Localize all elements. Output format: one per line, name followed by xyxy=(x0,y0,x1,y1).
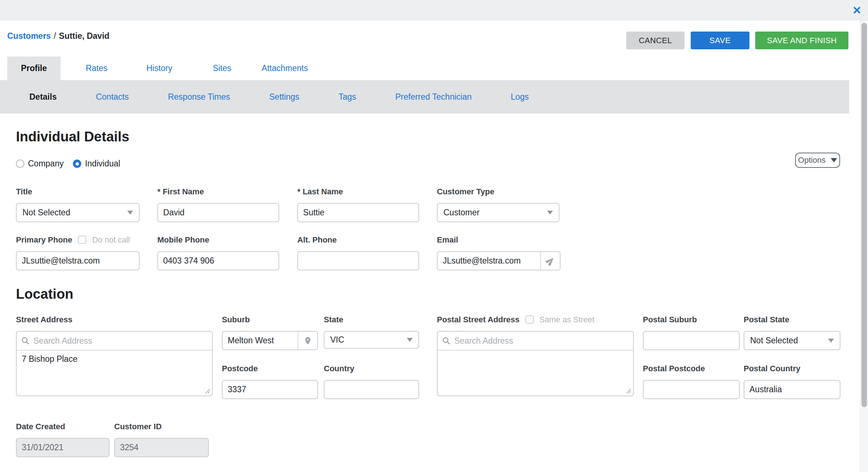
individual-details-heading: Individual Details xyxy=(16,129,129,145)
map-pin-icon xyxy=(303,336,312,345)
postal-country-input[interactable] xyxy=(744,381,840,398)
breadcrumb-current: Suttie, David xyxy=(59,31,109,41)
primary-phone-input[interactable] xyxy=(17,252,139,270)
breadcrumb: Customers/Suttie, David xyxy=(7,31,109,41)
same-as-street-checkbox[interactable] xyxy=(525,315,534,324)
subtab-response-times[interactable]: Response Times xyxy=(168,92,230,102)
alt-phone-input[interactable] xyxy=(298,252,418,270)
first-name-input[interactable] xyxy=(158,204,278,221)
street-address-textarea[interactable]: 7 Bishop Place xyxy=(17,351,212,395)
breadcrumb-customers-link[interactable]: Customers xyxy=(7,31,51,41)
subtab-logs[interactable]: Logs xyxy=(511,92,529,102)
state-select[interactable]: VIC xyxy=(324,331,419,349)
primary-phone-label: Primary Phone xyxy=(16,235,72,245)
postal-street-address-search-input[interactable] xyxy=(454,336,629,346)
mobile-phone-input[interactable] xyxy=(158,252,278,270)
email-label: Email xyxy=(437,235,458,245)
individual-radio-label: Individual xyxy=(85,159,120,169)
postal-postcode-input[interactable] xyxy=(644,381,739,398)
company-radio[interactable] xyxy=(16,160,24,168)
last-name-input[interactable] xyxy=(298,204,418,221)
cancel-button[interactable]: CANCEL xyxy=(626,32,685,49)
country-input[interactable] xyxy=(325,381,418,398)
individual-radio-option[interactable]: Individual xyxy=(73,159,120,169)
customer-id-label: Customer ID xyxy=(114,422,162,431)
suburb-label: Suburb xyxy=(222,315,250,324)
tab-sites[interactable]: Sites xyxy=(195,57,249,80)
postal-state-label: Postal State xyxy=(744,315,789,324)
caret-down-icon xyxy=(831,158,837,162)
field-email: Email xyxy=(437,235,561,270)
field-suburb: Suburb xyxy=(222,315,318,350)
subtab-contacts[interactable]: Contacts xyxy=(96,92,129,102)
breadcrumb-separator: / xyxy=(51,31,59,41)
title-select[interactable]: Not Selected xyxy=(16,203,140,222)
alt-phone-label: Alt. Phone xyxy=(297,235,337,245)
subtab-details[interactable]: Details xyxy=(29,92,57,102)
tab-attachments[interactable]: Attachments xyxy=(258,57,311,80)
company-radio-label: Company xyxy=(28,159,63,169)
street-address-label: Street Address xyxy=(16,315,73,324)
state-select-value: VIC xyxy=(330,335,344,345)
field-primary-phone: Primary Phone Do not call xyxy=(16,235,140,270)
options-button[interactable]: Options xyxy=(795,153,840,168)
chevron-down-icon xyxy=(127,211,133,215)
field-customer-id: Customer ID xyxy=(114,422,209,457)
suburb-input[interactable] xyxy=(223,332,298,349)
field-state: State VIC xyxy=(324,315,419,349)
save-and-finish-button[interactable]: SAVE AND FINISH xyxy=(755,32,848,49)
search-icon xyxy=(442,336,451,345)
customer-type-label: Customer Type xyxy=(437,187,495,196)
postal-country-label: Postal Country xyxy=(744,364,800,373)
subtab-bar: Details Contacts Response Times Settings… xyxy=(0,80,849,113)
postal-state-select[interactable]: Not Selected xyxy=(744,331,840,350)
locate-on-map-button[interactable] xyxy=(298,332,317,349)
field-postal-postcode: Postal Postcode xyxy=(643,364,740,399)
field-postal-street-address: Postal Street Address Same as Street xyxy=(437,315,634,396)
customer-profile-page: ✕ Customers/Suttie, David CANCEL SAVE SA… xyxy=(0,0,868,472)
postcode-input[interactable] xyxy=(223,381,317,398)
send-email-button[interactable] xyxy=(540,252,560,270)
tab-history[interactable]: History xyxy=(133,57,186,80)
tab-bar: Profile Rates History Sites Attachments xyxy=(7,57,311,80)
field-postal-state: Postal State Not Selected xyxy=(744,315,840,350)
customer-type-select-value: Customer xyxy=(443,208,480,218)
resize-handle[interactable] xyxy=(626,389,631,394)
tab-profile[interactable]: Profile xyxy=(7,57,61,80)
field-postal-suburb: Postal Suburb xyxy=(643,315,740,350)
email-input[interactable] xyxy=(438,252,540,270)
company-radio-option[interactable]: Company xyxy=(16,159,63,169)
field-street-address: Street Address 7 Bishop Place xyxy=(16,315,213,396)
field-first-name: * First Name xyxy=(157,187,279,222)
subtab-preferred-technician[interactable]: Preferred Technician xyxy=(395,92,472,102)
individual-radio[interactable] xyxy=(73,160,81,168)
location-heading: Location xyxy=(16,286,73,302)
date-created-input xyxy=(17,439,109,456)
search-icon xyxy=(21,336,30,345)
close-icon[interactable]: ✕ xyxy=(852,5,861,16)
postal-street-address-textarea[interactable] xyxy=(438,351,633,395)
send-icon xyxy=(546,256,555,266)
chevron-down-icon xyxy=(828,339,834,343)
scrollbar-thumb[interactable] xyxy=(861,23,867,407)
customer-type-select[interactable]: Customer xyxy=(437,203,559,222)
field-date-created: Date Created xyxy=(16,422,109,457)
postcode-label: Postcode xyxy=(222,364,258,373)
field-postcode: Postcode xyxy=(222,364,318,399)
tab-rates[interactable]: Rates xyxy=(70,57,123,80)
field-country: Country xyxy=(324,364,419,399)
field-customer-type: Customer Type Customer xyxy=(437,187,559,222)
vertical-scrollbar[interactable] xyxy=(860,21,868,472)
postal-suburb-input[interactable] xyxy=(644,332,739,349)
field-last-name: * Last Name xyxy=(297,187,419,222)
last-name-label: * Last Name xyxy=(297,187,343,196)
save-button[interactable]: SAVE xyxy=(691,32,749,49)
subtab-settings[interactable]: Settings xyxy=(269,92,299,102)
street-address-search-input[interactable] xyxy=(33,336,208,346)
subtab-tags[interactable]: Tags xyxy=(339,92,356,102)
modal-top-bar: ✕ xyxy=(0,0,868,21)
resize-handle[interactable] xyxy=(205,389,210,394)
title-label: Title xyxy=(16,187,32,196)
postal-street-address-search-row xyxy=(438,332,633,351)
do-not-call-checkbox[interactable] xyxy=(78,236,86,244)
